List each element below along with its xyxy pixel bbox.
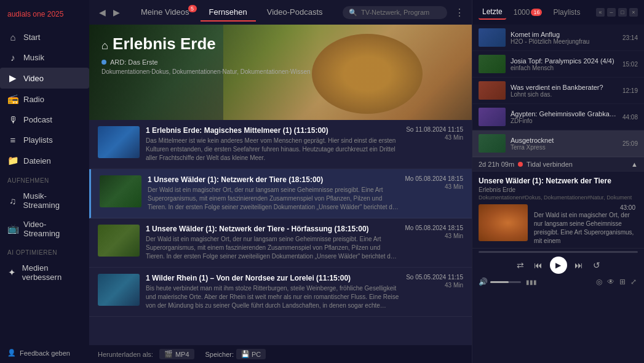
radio-icon: 📻: [7, 94, 18, 105]
queue-item-2[interactable]: Josia Topf: Paralympics 2024 (4/4) einfa…: [472, 51, 644, 78]
window-controls: « – □ ×: [596, 8, 638, 17]
queue-item-1[interactable]: Komet im Anflug H2O - Plötzlich Meerjung…: [472, 25, 644, 51]
home-icon: ⌂: [7, 32, 18, 42]
storage-icon: 💾: [241, 350, 250, 358]
search-input[interactable]: [361, 9, 441, 16]
sidebar-item-medien-verbessern[interactable]: ✦ Medien verbessern: [0, 258, 89, 287]
app-logo: audials one 2025: [0, 5, 89, 27]
queue-item-4[interactable]: Ägypten: Geheimnisvolle Grabkammern ZDFi…: [472, 104, 644, 130]
now-playing-detail: 43:00 Der Wald ist ein magischer Ort, de…: [479, 204, 638, 245]
queue-thumb-3: [479, 81, 506, 100]
forward-button[interactable]: ▶: [111, 6, 122, 18]
sidebar-label-musik-streaming: Musik-Streaming: [23, 191, 82, 210]
sidebar-item-playlists[interactable]: ≡ Playlists: [0, 130, 89, 150]
tab-meine-videos[interactable]: Meine Videos 5: [132, 4, 198, 22]
queue-title-2: Josia Topf: Paralympics 2024 (4/4): [511, 57, 618, 65]
video-info-3: 1 Unsere Wälder (1): Netzwerk der Tiere …: [146, 225, 399, 261]
sidebar-item-start[interactable]: ⌂ Start: [0, 27, 89, 47]
sidebar-item-musik[interactable]: ♪ Musik: [0, 47, 89, 68]
right-tab-1000-badge: 16: [531, 9, 542, 16]
tidal-dot: [518, 162, 523, 167]
video-info-4: 1 Wilder Rhein (1) – Von der Nordsee zur…: [146, 274, 400, 310]
queue-thumb-2: [479, 55, 506, 73]
minimize-button[interactable]: –: [607, 8, 616, 17]
now-playing-duration: 43:00: [620, 204, 635, 211]
video-date-1: So 11.08.2024 11:15: [406, 126, 463, 133]
queue-subtitle-5: Terra Xpress: [511, 144, 618, 151]
tab-meine-videos-label: Meine Videos: [141, 7, 189, 17]
storage-info: Speicher: 💾 PC: [205, 349, 266, 359]
back-button[interactable]: ◀: [97, 6, 108, 18]
queue-info-1: Komet im Anflug H2O - Plötzlich Meerjung…: [511, 31, 618, 45]
sidebar-nav: ⌂ Start ♪ Musik ▶ Video 📻 Radio 🎙 Podcas…: [0, 27, 89, 287]
video-icon: ▶: [7, 73, 18, 84]
repeat-button[interactable]: ↺: [590, 259, 603, 271]
podcast-icon: 🎙: [7, 114, 18, 125]
queue-item-5[interactable]: Ausgetrocknet Terra Xpress 25:09: [472, 130, 644, 157]
video-date-4: So 05.05.2024 11:15: [406, 274, 463, 281]
queue-item-3[interactable]: Was verdient ein Bankberater? Lohnt sich…: [472, 78, 644, 104]
video-thumb-2: [100, 175, 141, 207]
musik-streaming-icon: ♫: [7, 196, 18, 206]
expand-button[interactable]: «: [596, 8, 605, 17]
progress-bar[interactable]: [479, 251, 638, 253]
video-meta-4: So 05.05.2024 11:15 43 Min: [406, 274, 463, 289]
tidal-label: Tidal verbinden: [527, 161, 573, 168]
fullscreen-button[interactable]: ⤢: [629, 276, 638, 287]
shuffle-button[interactable]: ⇄: [514, 259, 527, 271]
right-tab-letzte[interactable]: Letzte: [479, 5, 506, 20]
feedback-button[interactable]: 👤 Feedback geben: [0, 344, 89, 363]
queue-time-3: 12:19: [622, 87, 638, 94]
queue-time-2: 15:02: [622, 61, 638, 68]
tab-video-podcasts[interactable]: Video-Podcasts: [258, 4, 332, 22]
main-content: ◀ ▶ Meine Videos 5 Fernsehen Video-Podca…: [89, 0, 472, 363]
queue-subtitle-4: ZDFinfo: [511, 118, 618, 124]
video-item-3[interactable]: 1 Unsere Wälder (1): Netzwerk der Tiere …: [89, 218, 472, 268]
more-menu-button[interactable]: ⋮: [455, 7, 464, 18]
hero-home-icon: ⌂: [101, 39, 108, 52]
play-pause-button[interactable]: ▶: [550, 257, 567, 274]
storage-location-badge[interactable]: 💾 PC: [236, 349, 266, 359]
sidebar-item-video-streaming[interactable]: 📺 Video-Streaming: [0, 215, 89, 243]
right-tab-1000[interactable]: 1000 16: [510, 6, 546, 19]
video-duration-2: 43 Min: [405, 183, 463, 190]
right-panel: Letzte 1000 16 Playlists « – □ × Komet i…: [472, 0, 644, 363]
channel-dot: [101, 60, 106, 65]
video-item-2[interactable]: 1 Unsere Wälder (1): Netzwerk der Tiere …: [89, 169, 472, 218]
close-button[interactable]: ×: [629, 8, 638, 17]
controls-row: ⇄ ⏮ ▶ ⏭ ↺: [479, 257, 638, 274]
pip-button[interactable]: ⊞: [618, 276, 627, 287]
sidebar-item-musik-streaming[interactable]: ♫ Musik-Streaming: [0, 186, 89, 215]
video-duration-4: 43 Min: [406, 282, 463, 289]
footer-bar: Herunterladen als: 🎬 MP4 Speicher: 💾 PC: [89, 345, 472, 363]
video-desc-2: Der Wald ist ein magischer Ort, der nur …: [148, 186, 399, 212]
next-button[interactable]: ⏭: [572, 259, 586, 271]
download-label: Herunterladen als:: [98, 351, 153, 358]
player-controls: ⇄ ⏮ ▶ ⏭ ↺ 🔊 ▮▮▮ ◎ 👁 ⊞ ⤢: [472, 248, 644, 291]
video-item-4[interactable]: 1 Wilder Rhein (1) – Von der Nordsee zur…: [89, 268, 472, 317]
now-playing-source: Erlebnis Erde: [479, 186, 638, 193]
video-meta-3: Mo 05.08.2024 18:15 43 Min: [405, 225, 463, 239]
maximize-button[interactable]: □: [618, 8, 627, 17]
sidebar-item-radio[interactable]: 📻 Radio: [0, 89, 89, 110]
right-tab-playlists[interactable]: Playlists: [549, 6, 584, 19]
sidebar-label-radio: Radio: [23, 95, 44, 104]
cast-button[interactable]: ◎: [595, 276, 603, 287]
sidebar-item-podcast[interactable]: 🎙 Podcast: [0, 110, 89, 130]
storage-label: Speicher:: [205, 351, 234, 358]
video-item-1[interactable]: 1 Erlebnis Erde: Magisches Mittelmeer (1…: [89, 120, 472, 169]
sidebar-item-video[interactable]: ▶ Video: [0, 68, 89, 89]
volume-icon: 🔊: [479, 277, 488, 286]
format-selector[interactable]: 🎬 MP4: [159, 349, 194, 359]
hero-channel: ARD: Das Erste: [101, 58, 459, 66]
search-box[interactable]: 🔍: [343, 6, 447, 19]
eye-button[interactable]: 👁: [606, 276, 616, 287]
tidal-connect-bar[interactable]: 2d 21h 09m Tidal verbinden ▲: [472, 157, 644, 171]
sidebar-item-dateien[interactable]: 📁 Dateien: [0, 150, 89, 171]
prev-button[interactable]: ⏮: [531, 259, 545, 271]
hero-tags: Dokumentationen·Dokus, Dokumentationen·N…: [101, 68, 459, 75]
tab-fernsehen[interactable]: Fernsehen: [201, 4, 256, 22]
format-icon: 🎬: [164, 350, 173, 358]
volume-slider[interactable]: [490, 281, 521, 283]
storage-location-value: PC: [252, 351, 261, 358]
